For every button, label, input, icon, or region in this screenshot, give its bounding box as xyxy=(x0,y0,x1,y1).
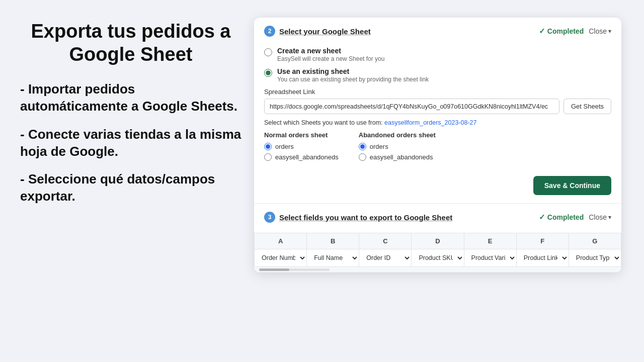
columns-header-row: A B C D E F G xyxy=(255,233,621,249)
col-E-cell: Product Variant xyxy=(464,249,516,267)
normal-orders-radio-2[interactable] xyxy=(264,153,272,161)
section-2: 2 Select your Google Sheet ✓ Completed C… xyxy=(254,18,621,204)
section-3-close-button[interactable]: Close ▾ xyxy=(589,213,611,221)
left-panel: Exporta tus pedidos a Google Sheet - Imp… xyxy=(20,15,252,216)
get-sheets-button[interactable]: Get Sheets xyxy=(564,99,611,114)
scrollbar-track[interactable] xyxy=(259,268,330,271)
col-A-cell: Order Number xyxy=(255,249,307,267)
col-header-D: D xyxy=(412,233,464,249)
create-new-label: Create a new sheet xyxy=(277,47,384,55)
col-header-B: B xyxy=(307,233,359,249)
main-card: 2 Select your Google Sheet ✓ Completed C… xyxy=(254,18,621,273)
feature-item-1: - Importar pedidos automáticamente a Goo… xyxy=(20,81,242,115)
main-title: Exporta tus pedidos a Google Sheet xyxy=(20,20,242,66)
col-C-select[interactable]: Order ID xyxy=(359,249,411,266)
create-new-sheet-radio[interactable] xyxy=(264,48,272,56)
abandoned-orders-item-2: easysell_abandoneds xyxy=(359,153,436,161)
chevron-down-icon-3: ▾ xyxy=(608,214,611,221)
col-header-C: C xyxy=(359,233,412,249)
section-3-header-right: ✓ Completed Close ▾ xyxy=(539,213,611,222)
section-2-header-left: 2 Select your Google Sheet xyxy=(264,26,371,37)
right-panel: 2 Select your Google Sheet ✓ Completed C… xyxy=(252,15,624,273)
section-2-completed: ✓ Completed xyxy=(539,27,584,36)
col-header-G: G xyxy=(569,233,621,249)
section-2-header: 2 Select your Google Sheet ✓ Completed C… xyxy=(254,18,621,43)
col-G-select[interactable]: Product Type xyxy=(569,249,621,266)
scrollbar-row xyxy=(254,267,621,272)
check-icon-3: ✓ xyxy=(539,213,545,222)
normal-orders-label: Normal orders sheet xyxy=(264,131,339,139)
col-C-cell: Order ID xyxy=(359,249,412,267)
spreadsheet-input[interactable] xyxy=(264,99,559,114)
feature-list: - Importar pedidos automáticamente a Goo… xyxy=(20,81,242,205)
col-header-A: A xyxy=(255,233,307,249)
use-existing-sheet-radio[interactable] xyxy=(264,69,272,77)
section-3-header: 3 Select fields you want to export to Go… xyxy=(254,204,621,229)
abandoned-orders-radio-group: orders easysell_abandoneds xyxy=(359,143,436,161)
save-continue-row: Save & Continue xyxy=(254,170,621,203)
section-3-header-left: 3 Select fields you want to export to Go… xyxy=(264,212,452,223)
normal-orders-radio-group: orders easysell_abandoneds xyxy=(264,143,339,161)
columns-table: A B C D E F G xyxy=(254,233,621,267)
columns-data-row: Order Number Full Name xyxy=(255,249,621,267)
feature-item-2: - Conecte varias tiendas a la misma hoja… xyxy=(20,126,242,160)
section-2-close-button[interactable]: Close ▾ xyxy=(589,27,611,35)
page-container: Exporta tus pedidos a Google Sheet - Imp… xyxy=(0,0,644,362)
abandoned-orders-radio-2[interactable] xyxy=(359,153,366,161)
section-2-body: Create a new sheet EasySell will create … xyxy=(254,43,621,170)
use-existing-sheet-option: Use an existing sheet You can use an exi… xyxy=(264,67,611,83)
col-header-E: E xyxy=(464,233,516,249)
normal-orders-item-2: easysell_abandoneds xyxy=(264,153,339,161)
col-D-cell: Product SKU xyxy=(412,249,464,267)
col-G-cell: Product Type xyxy=(569,249,621,267)
sheets-hint: Select which Sheets you want to use from… xyxy=(264,119,611,126)
section-3-completed: ✓ Completed xyxy=(539,213,584,222)
col-header-F: F xyxy=(516,233,569,249)
use-existing-desc: You can use an existing sheet by providi… xyxy=(277,76,429,83)
sheets-columns: Normal orders sheet orders easysell_aban… xyxy=(264,131,611,161)
sheets-hint-link[interactable]: easysellform_orders_2023-08-27 xyxy=(384,119,476,126)
col-B-select[interactable]: Full Name xyxy=(307,249,359,266)
step-2-badge: 2 xyxy=(264,26,275,37)
section-2-title[interactable]: Select your Google Sheet xyxy=(279,27,371,36)
section-3-title[interactable]: Select fields you want to export to Goog… xyxy=(279,213,452,222)
normal-orders-item-1: orders xyxy=(264,143,339,150)
col-F-select[interactable]: Product Link xyxy=(517,249,569,266)
abandoned-orders-col: Abandoned orders sheet orders easysell_a… xyxy=(359,131,436,161)
spreadsheet-row: Get Sheets xyxy=(264,99,611,114)
col-A-select[interactable]: Order Number xyxy=(255,249,306,266)
create-new-sheet-option: Create a new sheet EasySell will create … xyxy=(264,47,611,62)
col-E-select[interactable]: Product Variant xyxy=(464,249,516,266)
check-icon: ✓ xyxy=(539,27,545,36)
abandoned-orders-label: Abandoned orders sheet xyxy=(359,131,436,139)
col-D-select[interactable]: Product SKU xyxy=(412,249,463,266)
abandoned-orders-radio-1[interactable] xyxy=(359,143,366,150)
section-3-body: A B C D E F G xyxy=(254,229,621,272)
save-continue-button[interactable]: Save & Continue xyxy=(533,176,611,195)
col-B-cell: Full Name xyxy=(307,249,359,267)
abandoned-orders-item-1: orders xyxy=(359,143,436,150)
section-3: 3 Select fields you want to export to Go… xyxy=(254,204,621,273)
step-3-badge: 3 xyxy=(264,212,275,223)
create-new-desc: EasySell will create a new Sheet for you xyxy=(277,55,384,62)
normal-orders-radio-1[interactable] xyxy=(264,143,272,150)
section-2-header-right: ✓ Completed Close ▾ xyxy=(539,27,611,36)
col-F-cell: Product Link xyxy=(516,249,569,267)
scrollbar-thumb[interactable] xyxy=(259,268,289,271)
feature-item-3: - Seleccione qué datos/campos exportar. xyxy=(20,171,242,205)
normal-orders-col: Normal orders sheet orders easysell_aban… xyxy=(264,131,339,161)
spreadsheet-label: Spreadsheet Link xyxy=(264,88,611,96)
use-existing-label: Use an existing sheet xyxy=(277,67,429,75)
chevron-down-icon: ▾ xyxy=(608,28,611,35)
